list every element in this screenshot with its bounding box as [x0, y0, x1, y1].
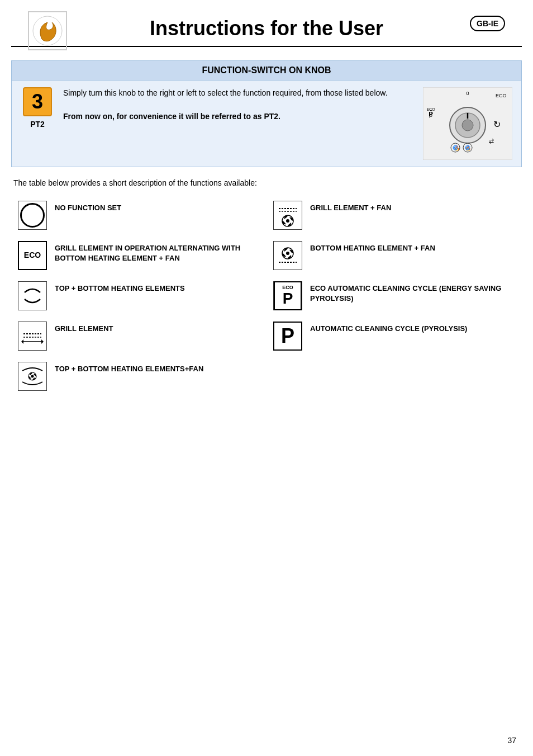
- functions-area: The table below provides a short descrip…: [11, 178, 522, 396]
- no-function-label: NO FUNCTION SET: [55, 201, 121, 213]
- svg-point-22: [286, 219, 289, 223]
- function-switch-section: FUNCTION-SWITCH ON KNOB 3 PT2 Simply tur…: [11, 60, 522, 167]
- svg-text:ECO: ECO: [496, 93, 507, 98]
- svg-text:P̃: P̃: [429, 110, 433, 117]
- eco-grill-label: GRILL ELEMENT IN OPERATION ALTERNATING W…: [55, 241, 260, 263]
- pt2-label: PT2: [30, 120, 45, 129]
- bottom-fan-label: BOTTOM HEATING ELEMENT + FAN: [310, 241, 435, 253]
- list-item: ECO P ECO AUTOMATIC CLEANING CYCLE (ENER…: [266, 276, 522, 316]
- page-number: 37: [507, 736, 516, 745]
- section-header-label: FUNCTION-SWITCH ON KNOB: [12, 61, 521, 81]
- page-title: Instructions for the User: [150, 17, 383, 40]
- section-description: Simply turn this knob to the right or le…: [63, 87, 414, 122]
- svg-text:🌀: 🌀: [453, 145, 458, 150]
- grill-fan-icon: [273, 201, 302, 230]
- top-bottom-fan-label: TOP + BOTTOM HEATING ELEMENTS+FAN: [55, 362, 203, 374]
- svg-marker-29: [21, 339, 23, 344]
- top-bottom-icon: [18, 281, 47, 310]
- list-item: GRILL ELEMENT + FAN: [266, 195, 522, 235]
- svg-point-25: [286, 252, 289, 255]
- bottom-fan-icon: [273, 241, 302, 270]
- page-header: Instructions for the User GB-IE: [11, 6, 522, 47]
- list-item: TOP + BOTTOM HEATING ELEMENTS+FAN: [11, 356, 266, 396]
- country-badge: GB-IE: [470, 16, 505, 31]
- top-bottom-fan-icon: [18, 362, 47, 391]
- eco-auto-label: ECO AUTOMATIC CLEANING CYCLE (ENERGY SAV…: [310, 281, 515, 304]
- svg-text:🌀: 🌀: [465, 145, 470, 150]
- brand-logo: [28, 11, 67, 50]
- list-item: NO FUNCTION SET: [11, 195, 266, 235]
- section-number: 3: [23, 87, 52, 116]
- knob-diagram: 0 ECO P ECO P̃ ↻ 🔥 🔥 ⇄: [423, 87, 512, 160]
- section-body-text: Simply turn this knob to the right or le…: [63, 88, 388, 97]
- top-bottom-label: TOP + BOTTOM HEATING ELEMENTS: [55, 281, 185, 294]
- list-item: TOP + BOTTOM HEATING ELEMENTS: [11, 276, 266, 316]
- svg-text:↻: ↻: [493, 120, 501, 129]
- p-box-icon: P: [273, 322, 302, 351]
- svg-text:0: 0: [466, 91, 469, 96]
- svg-text:⇄: ⇄: [489, 138, 494, 144]
- list-item: BOTTOM HEATING ELEMENT + FAN: [266, 235, 522, 276]
- svg-marker-30: [41, 339, 44, 344]
- list-item: P AUTOMATIC CLEANING CYCLE (PYROLYSIS): [266, 316, 522, 356]
- svg-point-32: [31, 375, 34, 378]
- eco-grill-icon: ECO: [18, 241, 47, 270]
- no-function-icon: [18, 201, 47, 230]
- list-item: GRILL ELEMENT: [11, 316, 266, 356]
- grill-element-icon: [18, 322, 47, 351]
- functions-intro-text: The table below provides a short descrip…: [11, 178, 522, 187]
- list-item: ECO GRILL ELEMENT IN OPERATION ALTERNATI…: [11, 235, 266, 276]
- eco-p-icon: ECO P: [273, 281, 302, 310]
- functions-grid: NO FUNCTION SET GRILL ELE: [11, 195, 522, 396]
- section-bold-text: From now on, for convenience it will be …: [63, 112, 280, 121]
- svg-point-9: [462, 120, 473, 131]
- section-number-block: 3 PT2: [21, 87, 54, 129]
- grill-element-label: GRILL ELEMENT: [55, 322, 113, 334]
- grill-fan-label: GRILL ELEMENT + FAN: [310, 201, 391, 213]
- auto-cleaning-label: AUTOMATIC CLEANING CYCLE (PYROLYSIS): [310, 322, 467, 334]
